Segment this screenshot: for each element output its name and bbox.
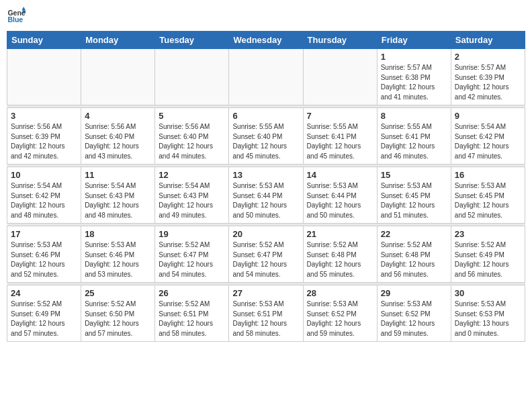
calendar-cell: 22Sunrise: 5:52 AM Sunset: 6:48 PM Dayli… <box>377 226 451 283</box>
header-wednesday: Wednesday <box>229 32 303 49</box>
header-sunday: Sunday <box>7 32 81 49</box>
day-info: Sunrise: 5:55 AM Sunset: 6:40 PM Dayligh… <box>232 122 299 161</box>
calendar-cell: 19Sunrise: 5:52 AM Sunset: 6:47 PM Dayli… <box>155 226 229 283</box>
day-info: Sunrise: 5:52 AM Sunset: 6:50 PM Dayligh… <box>85 300 151 338</box>
day-info: Sunrise: 5:55 AM Sunset: 6:41 PM Dayligh… <box>381 122 447 161</box>
calendar-cell: 13Sunrise: 5:53 AM Sunset: 6:44 PM Dayli… <box>229 167 303 224</box>
day-number: 28 <box>307 288 373 298</box>
day-number: 2 <box>455 52 521 62</box>
day-number: 17 <box>11 229 77 239</box>
header-thursday: Thursday <box>303 32 377 49</box>
calendar-cell: 16Sunrise: 5:53 AM Sunset: 6:45 PM Dayli… <box>451 167 525 224</box>
day-number: 11 <box>85 170 151 180</box>
calendar-week-row: 1Sunrise: 5:57 AM Sunset: 6:38 PM Daylig… <box>7 49 525 105</box>
calendar-cell <box>81 49 155 105</box>
calendar-cell: 12Sunrise: 5:54 AM Sunset: 6:43 PM Dayli… <box>155 167 229 224</box>
calendar-header-row: SundayMondayTuesdayWednesdayThursdayFrid… <box>7 32 525 49</box>
calendar-cell: 29Sunrise: 5:53 AM Sunset: 6:52 PM Dayli… <box>377 285 451 342</box>
day-number: 6 <box>232 111 299 121</box>
day-number: 9 <box>455 111 521 121</box>
day-info: Sunrise: 5:53 AM Sunset: 6:44 PM Dayligh… <box>232 181 299 220</box>
day-number: 8 <box>381 111 447 121</box>
day-number: 1 <box>381 52 447 62</box>
calendar-week-row: 17Sunrise: 5:53 AM Sunset: 6:46 PM Dayli… <box>7 226 525 283</box>
day-info: Sunrise: 5:53 AM Sunset: 6:53 PM Dayligh… <box>455 300 521 338</box>
header-tuesday: Tuesday <box>155 32 229 49</box>
calendar-cell: 9Sunrise: 5:54 AM Sunset: 6:42 PM Daylig… <box>451 108 525 165</box>
day-info: Sunrise: 5:52 AM Sunset: 6:48 PM Dayligh… <box>381 240 447 279</box>
logo-icon: General Blue <box>7 7 26 26</box>
day-info: Sunrise: 5:54 AM Sunset: 6:43 PM Dayligh… <box>159 181 225 220</box>
day-info: Sunrise: 5:53 AM Sunset: 6:45 PM Dayligh… <box>381 181 447 220</box>
calendar-cell: 11Sunrise: 5:54 AM Sunset: 6:43 PM Dayli… <box>81 167 155 224</box>
calendar-cell: 17Sunrise: 5:53 AM Sunset: 6:46 PM Dayli… <box>7 226 81 283</box>
day-info: Sunrise: 5:57 AM Sunset: 6:39 PM Dayligh… <box>455 63 521 102</box>
calendar-cell: 26Sunrise: 5:52 AM Sunset: 6:51 PM Dayli… <box>155 285 229 342</box>
calendar-cell: 30Sunrise: 5:53 AM Sunset: 6:53 PM Dayli… <box>451 285 525 342</box>
day-number: 26 <box>159 288 225 298</box>
day-number: 23 <box>455 229 521 239</box>
calendar-week-row: 3Sunrise: 5:56 AM Sunset: 6:39 PM Daylig… <box>7 108 525 165</box>
day-info: Sunrise: 5:52 AM Sunset: 6:47 PM Dayligh… <box>159 240 225 279</box>
day-number: 7 <box>307 111 373 121</box>
day-number: 27 <box>232 288 299 298</box>
day-info: Sunrise: 5:53 AM Sunset: 6:46 PM Dayligh… <box>11 240 77 279</box>
day-info: Sunrise: 5:54 AM Sunset: 6:42 PM Dayligh… <box>455 122 521 161</box>
calendar-week-row: 10Sunrise: 5:54 AM Sunset: 6:42 PM Dayli… <box>7 167 525 224</box>
day-info: Sunrise: 5:53 AM Sunset: 6:52 PM Dayligh… <box>307 300 373 338</box>
day-number: 25 <box>85 288 151 298</box>
day-info: Sunrise: 5:57 AM Sunset: 6:38 PM Dayligh… <box>381 63 447 102</box>
calendar-cell: 2Sunrise: 5:57 AM Sunset: 6:39 PM Daylig… <box>451 49 525 105</box>
day-number: 21 <box>307 229 373 239</box>
day-number: 10 <box>11 170 77 180</box>
svg-marker-3 <box>23 11 26 13</box>
day-info: Sunrise: 5:56 AM Sunset: 6:40 PM Dayligh… <box>159 122 225 161</box>
calendar-cell <box>155 49 229 105</box>
day-info: Sunrise: 5:53 AM Sunset: 6:52 PM Dayligh… <box>381 300 447 338</box>
day-number: 3 <box>11 111 77 121</box>
day-info: Sunrise: 5:53 AM Sunset: 6:44 PM Dayligh… <box>307 181 373 220</box>
day-number: 30 <box>455 288 521 298</box>
calendar-cell: 8Sunrise: 5:55 AM Sunset: 6:41 PM Daylig… <box>377 108 451 165</box>
day-number: 14 <box>307 170 373 180</box>
calendar-cell: 14Sunrise: 5:53 AM Sunset: 6:44 PM Dayli… <box>303 167 377 224</box>
day-info: Sunrise: 5:55 AM Sunset: 6:41 PM Dayligh… <box>307 122 373 161</box>
calendar-cell: 15Sunrise: 5:53 AM Sunset: 6:45 PM Dayli… <box>377 167 451 224</box>
calendar-cell: 24Sunrise: 5:52 AM Sunset: 6:49 PM Dayli… <box>7 285 81 342</box>
calendar-cell: 28Sunrise: 5:53 AM Sunset: 6:52 PM Dayli… <box>303 285 377 342</box>
day-info: Sunrise: 5:52 AM Sunset: 6:49 PM Dayligh… <box>455 240 521 279</box>
calendar-cell: 1Sunrise: 5:57 AM Sunset: 6:38 PM Daylig… <box>377 49 451 105</box>
calendar-cell: 4Sunrise: 5:56 AM Sunset: 6:40 PM Daylig… <box>81 108 155 165</box>
calendar-cell: 25Sunrise: 5:52 AM Sunset: 6:50 PM Dayli… <box>81 285 155 342</box>
day-info: Sunrise: 5:52 AM Sunset: 6:47 PM Dayligh… <box>232 240 299 279</box>
day-number: 15 <box>381 170 447 180</box>
day-info: Sunrise: 5:52 AM Sunset: 6:51 PM Dayligh… <box>159 300 225 338</box>
day-info: Sunrise: 5:54 AM Sunset: 6:42 PM Dayligh… <box>11 181 77 220</box>
calendar-cell: 18Sunrise: 5:53 AM Sunset: 6:46 PM Dayli… <box>81 226 155 283</box>
day-number: 24 <box>11 288 77 298</box>
calendar-cell: 21Sunrise: 5:52 AM Sunset: 6:48 PM Dayli… <box>303 226 377 283</box>
calendar-cell <box>7 49 81 105</box>
calendar-cell: 20Sunrise: 5:52 AM Sunset: 6:47 PM Dayli… <box>229 226 303 283</box>
day-info: Sunrise: 5:56 AM Sunset: 6:39 PM Dayligh… <box>11 122 77 161</box>
calendar-cell: 7Sunrise: 5:55 AM Sunset: 6:41 PM Daylig… <box>303 108 377 165</box>
calendar-table: SundayMondayTuesdayWednesdayThursdayFrid… <box>7 31 525 342</box>
day-number: 18 <box>85 229 151 239</box>
header-saturday: Saturday <box>451 32 525 49</box>
day-info: Sunrise: 5:56 AM Sunset: 6:40 PM Dayligh… <box>85 122 151 161</box>
calendar-cell <box>229 49 303 105</box>
calendar-cell <box>303 49 377 105</box>
day-info: Sunrise: 5:53 AM Sunset: 6:46 PM Dayligh… <box>85 240 151 279</box>
day-number: 16 <box>455 170 521 180</box>
header-friday: Friday <box>377 32 451 49</box>
calendar-cell: 23Sunrise: 5:52 AM Sunset: 6:49 PM Dayli… <box>451 226 525 283</box>
day-info: Sunrise: 5:52 AM Sunset: 6:49 PM Dayligh… <box>11 300 77 338</box>
calendar-week-row: 24Sunrise: 5:52 AM Sunset: 6:49 PM Dayli… <box>7 285 525 342</box>
day-number: 13 <box>232 170 299 180</box>
day-number: 22 <box>381 229 447 239</box>
calendar-cell: 10Sunrise: 5:54 AM Sunset: 6:42 PM Dayli… <box>7 167 81 224</box>
day-number: 29 <box>381 288 447 298</box>
svg-text:Blue: Blue <box>7 15 23 24</box>
calendar-cell: 5Sunrise: 5:56 AM Sunset: 6:40 PM Daylig… <box>155 108 229 165</box>
day-info: Sunrise: 5:53 AM Sunset: 6:51 PM Dayligh… <box>232 300 299 338</box>
